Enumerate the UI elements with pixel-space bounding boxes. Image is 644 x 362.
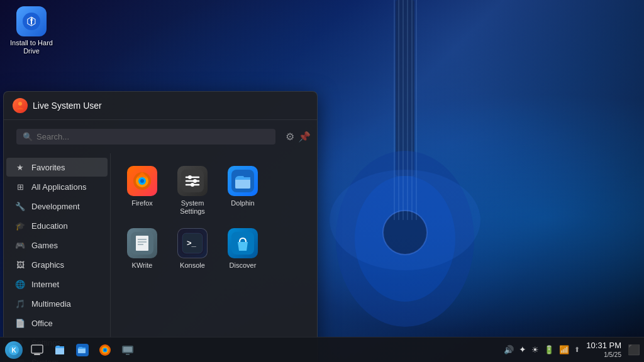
clock-time: 10:31 PM <box>586 341 621 351</box>
filter-icon[interactable]: ⚙ <box>286 131 294 143</box>
sidebar-item-games[interactable]: 🎮 Games <box>6 236 108 255</box>
show-desktop-button[interactable] <box>27 340 47 360</box>
sidebar-item-all-applications[interactable]: ⊞ All Applications <box>6 177 108 196</box>
menu-header: Live System User <box>4 92 317 120</box>
education-icon: 🎓 <box>15 221 25 231</box>
install-icon-label: Install to Hard Drive <box>10 39 53 55</box>
kde-menu-button[interactable]: K <box>4 341 24 359</box>
app-label: KWrite <box>132 261 153 270</box>
app-menu: Live System User 🔍 ⚙ 📌 ★ Favorites ⊞ All… <box>3 91 318 362</box>
taskbar-firefox[interactable] <box>95 340 115 360</box>
app-item-dolphin[interactable]: Dolphin <box>220 162 265 219</box>
sidebar-item-label: Graphics <box>31 260 64 270</box>
menu-body: ★ Favorites ⊞ All Applications 🔧 Develop… <box>4 153 317 362</box>
dolphin-icon <box>228 166 258 196</box>
sidebar-item-label: Favorites <box>31 163 65 172</box>
brightness-icon[interactable]: ☀ <box>531 345 539 354</box>
search-bar[interactable]: 🔍 <box>16 129 275 145</box>
svg-rect-0 <box>396 0 414 176</box>
app-label: Firefox <box>131 199 153 207</box>
user-avatar <box>13 98 28 113</box>
games-icon: 🎮 <box>15 240 25 250</box>
app-label: Dolphin <box>231 199 254 207</box>
app-item-discover[interactable]: Discover <box>220 224 265 273</box>
svg-point-23 <box>188 175 192 179</box>
network-icon[interactable]: 📶 <box>559 345 569 354</box>
sidebar-item-label: Games <box>31 241 58 250</box>
install-hard-drive-icon[interactable]: ⬡ f Install to Hard Drive <box>6 6 57 55</box>
svg-point-44 <box>104 349 106 351</box>
office-icon: 📄 <box>15 318 25 328</box>
all-apps-icon: ⊞ <box>15 182 25 192</box>
sidebar-item-label: All Applications <box>31 182 86 192</box>
svg-point-18 <box>140 179 144 183</box>
app-item-kwrite[interactable]: KWrite <box>119 224 165 273</box>
multimedia-icon: 🎵 <box>15 299 25 309</box>
screen-button[interactable]: ⬛ <box>628 344 640 356</box>
app-label: Konsole <box>180 261 205 270</box>
konsole-icon: >_ <box>177 228 208 258</box>
svg-rect-38 <box>31 345 43 353</box>
search-input[interactable] <box>36 132 269 141</box>
app-item-system-settings[interactable]: System Settings <box>170 162 215 219</box>
sidebar-item-education[interactable]: 🎓 Education <box>6 216 108 235</box>
svg-rect-46 <box>123 347 132 352</box>
app-item-konsole[interactable]: >_ Konsole <box>170 224 215 273</box>
svg-point-25 <box>191 183 194 187</box>
svg-rect-39 <box>34 354 40 355</box>
system-settings-icon <box>177 166 208 196</box>
app-grid: Firefox <box>111 153 317 362</box>
svg-text:>_: >_ <box>187 238 197 248</box>
app-label: Discover <box>230 261 257 270</box>
kde-logo[interactable]: K <box>5 341 23 359</box>
battery-icon[interactable]: 🔋 <box>544 345 554 354</box>
taskbar-system[interactable] <box>118 340 138 360</box>
firefox-icon <box>127 166 157 196</box>
system-tray: 🔊 ✦ ☀ 🔋 📶 ⬆ 10:31 PM 1/5/25 ⬛ <box>504 341 640 359</box>
taskbar-dolphin[interactable] <box>72 340 92 360</box>
graphics-icon: 🖼 <box>15 260 25 270</box>
sidebar-item-label: Education <box>31 221 68 231</box>
taskbar: K <box>0 337 644 362</box>
clock[interactable]: 10:31 PM 1/5/25 <box>584 341 624 359</box>
bluetooth-icon[interactable]: ✦ <box>519 344 526 354</box>
volume-icon[interactable]: 🔊 <box>504 345 514 354</box>
kwrite-icon <box>127 228 157 258</box>
development-icon: 🔧 <box>15 201 25 211</box>
sidebar-item-label: Office <box>31 319 53 328</box>
up-arrow-icon[interactable]: ⬆ <box>574 346 580 354</box>
sidebar-item-favorites[interactable]: ★ Favorites <box>6 158 108 177</box>
svg-point-10 <box>330 170 480 270</box>
sidebar-item-office[interactable]: 📄 Office <box>6 314 108 332</box>
sidebar-item-internet[interactable]: 🌐 Internet <box>6 275 108 293</box>
sidebar: ★ Favorites ⊞ All Applications 🔧 Develop… <box>4 153 111 362</box>
app-item-firefox[interactable]: Firefox <box>119 162 165 219</box>
sidebar-item-label: Multimedia <box>31 299 71 309</box>
svg-text:K: K <box>11 347 16 354</box>
svg-point-24 <box>193 179 197 183</box>
clock-date: 1/5/25 <box>604 351 621 359</box>
sidebar-item-graphics[interactable]: 🖼 Graphics <box>6 255 108 274</box>
user-name: Live System User <box>33 101 102 111</box>
taskbar-icon-1[interactable] <box>50 340 70 360</box>
sidebar-item-multimedia[interactable]: 🎵 Multimedia <box>6 294 108 313</box>
pin-icon[interactable]: 📌 <box>298 131 311 143</box>
svg-text:f: f <box>30 16 33 26</box>
svg-rect-28 <box>136 236 148 251</box>
desktop: ⬡ f Install to Hard Drive Live System Us… <box>0 0 644 362</box>
sidebar-item-label: Development <box>31 202 80 211</box>
favorites-icon: ★ <box>15 162 25 172</box>
discover-icon <box>228 228 258 258</box>
svg-rect-47 <box>126 354 130 355</box>
sidebar-item-development[interactable]: 🔧 Development <box>6 197 108 216</box>
tray-icons: 🔊 ✦ ☀ 🔋 📶 ⬆ <box>504 344 580 354</box>
svg-point-14 <box>18 102 22 106</box>
internet-icon: 🌐 <box>15 279 25 289</box>
app-label: System Settings <box>180 199 205 216</box>
search-icon: 🔍 <box>23 132 33 141</box>
sidebar-item-label: Internet <box>31 280 59 289</box>
install-icon-image: ⬡ f <box>16 6 47 36</box>
